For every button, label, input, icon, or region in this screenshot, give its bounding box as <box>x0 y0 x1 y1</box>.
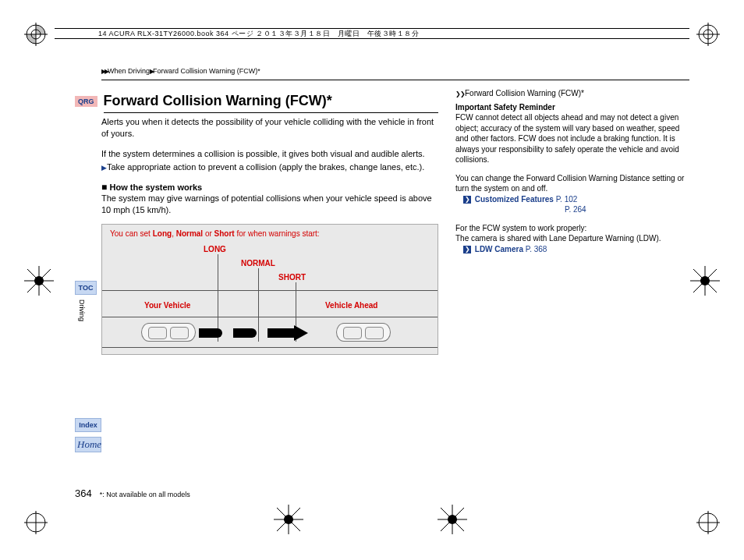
home-button[interactable]: Home <box>75 437 101 452</box>
ahead-car-icon <box>336 323 391 342</box>
diagram-caption: You can set Long, Normal or Short for wh… <box>110 229 320 238</box>
qrg-badge[interactable]: QRG <box>75 96 97 107</box>
your-vehicle-label: Your Vehicle <box>144 301 190 310</box>
camera-note: For the FCW system to work properly: The… <box>455 223 689 255</box>
section-tab: Driving <box>78 299 86 321</box>
crop-mark <box>437 504 468 535</box>
index-button[interactable]: Index <box>75 418 101 432</box>
chevron-icon: ❯❯ <box>455 90 465 97</box>
header-text: 14 ACURA RLX-31TY26000.book 364 ページ ２０１３… <box>98 29 419 39</box>
registration-mark <box>696 510 721 535</box>
customized-features-link[interactable]: Customized Features <box>475 195 554 204</box>
safety-reminder: Important Safety Reminder FCW cannot det… <box>455 102 689 165</box>
registration-mark <box>23 22 48 47</box>
square-bullet-icon: ■ <box>101 182 110 193</box>
breadcrumb-b: Forward Collision Warning (FCW)* <box>153 67 260 75</box>
side-title: ❯❯Forward Collision Warning (FCW)* <box>455 88 689 99</box>
link-arrow-icon: ❯ <box>463 196 471 204</box>
action-body: Take appropriate action to prevent a col… <box>107 162 424 172</box>
ldw-camera-link[interactable]: LDW Camera <box>475 245 523 253</box>
settings-note: You can change the Forward Collision War… <box>455 173 689 215</box>
subheading: ■ How the system works <box>101 182 438 193</box>
normal-label: NORMAL <box>241 259 275 268</box>
lane-line <box>102 317 438 317</box>
safety-body: FCW cannot detect all objects ahead and … <box>455 113 679 164</box>
vehicle-ahead-label: Vehicle Ahead <box>325 301 377 310</box>
subhead-text: How the system works <box>110 183 203 192</box>
main-column: QRG Forward Collision Warning (FCW)* Ale… <box>101 88 438 355</box>
footnote: *: Not available on all models <box>100 491 190 498</box>
breadcrumb: ▶▶When Driving▶Forward Collision Warning… <box>101 67 689 75</box>
your-car-icon <box>141 323 196 342</box>
motion-arrow-icon <box>199 328 308 338</box>
page-footer: 364 *: Not available on all models <box>75 487 190 499</box>
lane-line <box>102 290 438 291</box>
crop-mark <box>689 265 721 296</box>
breadcrumb-a: When Driving <box>108 67 150 75</box>
alert-text: If the system determines a collision is … <box>101 148 438 160</box>
page-title: Forward Collision Warning (FCW)* <box>104 93 438 113</box>
sidebar-column: ❯❯Forward Collision Warning (FCW)* Impor… <box>455 88 689 355</box>
link-arrow-icon: ❯ <box>463 246 471 253</box>
lane-line <box>102 347 438 348</box>
crop-mark <box>23 265 55 296</box>
action-text: ▶Take appropriate action to prevent a co… <box>112 161 438 173</box>
triangle-bullet-icon: ▶ <box>101 164 107 172</box>
registration-mark <box>696 22 721 47</box>
long-label: LONG <box>204 245 226 253</box>
page-number: 364 <box>75 487 92 499</box>
toc-button[interactable]: TOC <box>75 281 97 295</box>
home-label: Home <box>77 438 101 450</box>
short-label: SHORT <box>278 273 306 282</box>
safety-heading: Important Safety Reminder <box>455 103 555 112</box>
print-header: 14 ACURA RLX-31TY26000.book 364 ページ ２０１３… <box>55 28 689 39</box>
divider <box>101 80 689 80</box>
speed-text: The system may give warnings of potentia… <box>101 193 438 217</box>
intro-text: Alerts you when it detects the possibili… <box>101 116 438 140</box>
page-ref[interactable]: P. 264 <box>565 205 586 214</box>
page-ref[interactable]: P. 102 <box>556 195 578 204</box>
registration-mark <box>23 510 48 535</box>
fcw-diagram: You can set Long, Normal or Short for wh… <box>101 224 438 355</box>
page-ref[interactable]: P. 368 <box>526 245 547 253</box>
crop-mark <box>273 504 304 535</box>
chevron-icon: ▶▶ <box>101 68 108 75</box>
